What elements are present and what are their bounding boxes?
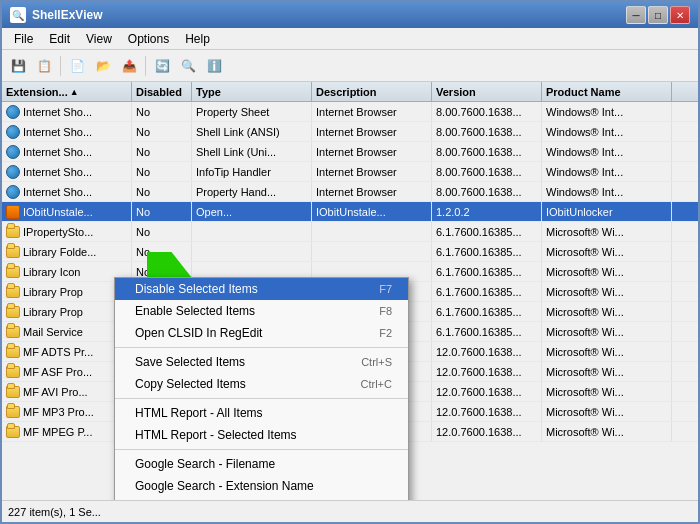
col-header-ext[interactable]: Extension... ▲ [2, 82, 132, 101]
folder-icon [6, 226, 20, 238]
cell-ext: Internet Sho... [2, 122, 132, 141]
folder-icon [6, 346, 20, 358]
context-menu[interactable]: Disable Selected ItemsF7Enable Selected … [114, 277, 409, 500]
ctx-menu-item[interactable]: HTML Report - Selected Items [115, 424, 408, 446]
ctx-menu-item[interactable]: Enable Selected ItemsF8 [115, 300, 408, 322]
cell-type: Property Sheet [192, 102, 312, 121]
cell-ext: Library Prop [2, 302, 132, 321]
globe-icon [6, 105, 20, 119]
cell-ext: Mail Service [2, 322, 132, 341]
col-header-prod[interactable]: Product Name [542, 82, 672, 101]
cell-prod: Microsoft® Wi... [542, 342, 672, 361]
col-header-type[interactable]: Type [192, 82, 312, 101]
menu-help[interactable]: Help [177, 30, 218, 48]
cell-ext: Internet Sho... [2, 142, 132, 161]
ctx-menu-item[interactable]: Copy Selected ItemsCtrl+C [115, 373, 408, 395]
ctx-menu-item[interactable]: HTML Report - All Items [115, 402, 408, 424]
cell-prod: Windows® Int... [542, 102, 672, 121]
table-row[interactable]: IPropertySto... No 6.1.7600.16385... Mic… [2, 222, 698, 242]
ctx-menu-item[interactable]: Google Search - Extension Name [115, 475, 408, 497]
cell-ver: 8.00.7600.1638... [432, 162, 542, 181]
window-title: ShellExView [32, 8, 102, 22]
iobit-icon [6, 205, 20, 219]
folder-icon [6, 326, 20, 338]
cell-ext: MF AVI Pro... [2, 382, 132, 401]
table-row[interactable]: Library Folde... No 6.1.7600.16385... Mi… [2, 242, 698, 262]
ctx-separator [115, 398, 408, 399]
col-header-disabled[interactable]: Disabled [132, 82, 192, 101]
cell-ext: MF MPEG P... [2, 422, 132, 441]
toolbar-btn-7[interactable]: 🔍 [176, 54, 200, 78]
table-row[interactable]: Internet Sho... No Shell Link (Uni... In… [2, 142, 698, 162]
cell-type [192, 222, 312, 241]
cell-desc: Internet Browser [312, 182, 432, 201]
cell-prod: Microsoft® Wi... [542, 422, 672, 441]
folder-icon [6, 266, 20, 278]
menu-edit[interactable]: Edit [41, 30, 78, 48]
toolbar-btn-5[interactable]: 📤 [117, 54, 141, 78]
cell-ver: 6.1.7600.16385... [432, 282, 542, 301]
globe-icon [6, 165, 20, 179]
cell-ver: 6.1.7600.16385... [432, 242, 542, 261]
cell-prod: Microsoft® Wi... [542, 362, 672, 381]
ctx-menu-item[interactable]: Save Selected ItemsCtrl+S [115, 351, 408, 373]
col-header-ver[interactable]: Version [432, 82, 542, 101]
ctx-menu-item[interactable]: Open CLSID In RegEditF2 [115, 322, 408, 344]
cell-prod: Microsoft® Wi... [542, 282, 672, 301]
cell-ver: 8.00.7600.1638... [432, 122, 542, 141]
table-row[interactable]: Internet Sho... No Property Hand... Inte… [2, 182, 698, 202]
cell-desc: Internet Browser [312, 162, 432, 181]
cell-disabled: No [132, 242, 192, 261]
minimize-button[interactable]: ─ [626, 6, 646, 24]
cell-ver: 12.0.7600.1638... [432, 422, 542, 441]
menu-bar: File Edit View Options Help [2, 28, 698, 50]
status-text: 227 item(s), 1 Se... [8, 506, 101, 518]
cell-prod: Microsoft® Wi... [542, 242, 672, 261]
toolbar-btn-2[interactable]: 📋 [32, 54, 56, 78]
cell-prod: IObitUnlocker [542, 202, 672, 221]
globe-icon [6, 145, 20, 159]
close-button[interactable]: ✕ [670, 6, 690, 24]
menu-options[interactable]: Options [120, 30, 177, 48]
cell-prod: Microsoft® Wi... [542, 382, 672, 401]
cell-type: InfoTip Handler [192, 162, 312, 181]
cell-ver: 1.2.0.2 [432, 202, 542, 221]
folder-icon [6, 406, 20, 418]
cell-disabled: No [132, 122, 192, 141]
cell-ext: IPropertySto... [2, 222, 132, 241]
ctx-menu-item[interactable]: Google Search - Filename [115, 453, 408, 475]
cell-ext: Internet Sho... [2, 182, 132, 201]
cell-prod: Microsoft® Wi... [542, 302, 672, 321]
cell-desc: Internet Browser [312, 122, 432, 141]
cell-disabled: No [132, 202, 192, 221]
table-row[interactable]: IObitUnstale... No Open... IObitUnstale.… [2, 202, 698, 222]
table-row[interactable]: Internet Sho... No Shell Link (ANSI) Int… [2, 122, 698, 142]
cell-prod: Microsoft® Wi... [542, 222, 672, 241]
title-bar-left: 🔍 ShellExView [10, 7, 102, 23]
ctx-separator [115, 449, 408, 450]
main-content: Extension... ▲ Disabled Type Description… [2, 82, 698, 500]
toolbar-btn-4[interactable]: 📂 [91, 54, 115, 78]
table-row[interactable]: Internet Sho... No InfoTip Handler Inter… [2, 162, 698, 182]
toolbar-btn-3[interactable]: 📄 [65, 54, 89, 78]
toolbar-btn-8[interactable]: ℹ️ [202, 54, 226, 78]
menu-view[interactable]: View [78, 30, 120, 48]
toolbar-btn-1[interactable]: 💾 [6, 54, 30, 78]
ctx-menu-item[interactable]: Disable Selected ItemsF7 [115, 278, 408, 300]
cell-desc: IObitUnstale... [312, 202, 432, 221]
menu-file[interactable]: File [6, 30, 41, 48]
maximize-button[interactable]: □ [648, 6, 668, 24]
globe-icon [6, 125, 20, 139]
sort-arrow-icon: ▲ [70, 87, 79, 97]
folder-icon [6, 386, 20, 398]
cell-disabled: No [132, 102, 192, 121]
cell-prod: Microsoft® Wi... [542, 322, 672, 341]
cell-ver: 12.0.7600.1638... [432, 402, 542, 421]
toolbar-btn-6[interactable]: 🔄 [150, 54, 174, 78]
table-row[interactable]: Internet Sho... No Property Sheet Intern… [2, 102, 698, 122]
toolbar-sep-2 [145, 56, 146, 76]
main-window: 🔍 ShellExView ─ □ ✕ File Edit View Optio… [0, 0, 700, 524]
col-header-desc[interactable]: Description [312, 82, 432, 101]
cell-prod: Windows® Int... [542, 142, 672, 161]
cell-type: Shell Link (Uni... [192, 142, 312, 161]
